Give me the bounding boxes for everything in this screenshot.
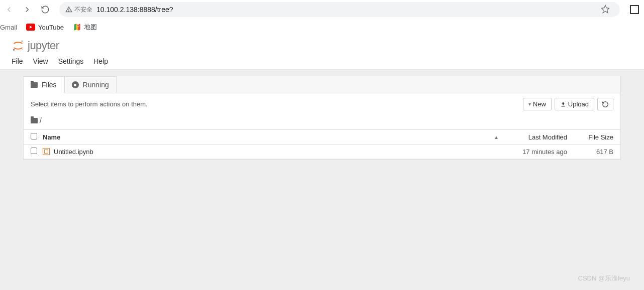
sort-asc-icon[interactable]: ▲ <box>494 134 499 140</box>
upload-button[interactable]: Upload <box>555 98 594 110</box>
file-modified: 17 minutes ago <box>503 148 573 156</box>
menu-settings[interactable]: Settings <box>58 57 84 65</box>
new-button[interactable]: ▾ New <box>523 98 552 110</box>
bookmark-star-icon[interactable] <box>597 5 614 15</box>
select-all-checkbox[interactable] <box>31 133 37 139</box>
panel-button[interactable] <box>630 5 639 14</box>
reload-button[interactable] <box>38 3 52 17</box>
bookmark-youtube[interactable]: YouTube <box>26 24 64 31</box>
selection-hint: Select items to perform actions on them. <box>31 100 148 108</box>
jupyter-logo[interactable]: jupyter <box>12 39 59 52</box>
back-button[interactable] <box>2 3 16 17</box>
menu-view[interactable]: View <box>33 57 48 65</box>
bookmark-gmail[interactable]: Gmail <box>0 24 17 31</box>
upload-icon <box>560 101 566 107</box>
caret-down-icon: ▾ <box>528 101 531 107</box>
file-name[interactable]: Untitled.ipynb <box>52 148 503 156</box>
col-name[interactable]: Name <box>43 133 60 141</box>
svg-rect-6 <box>561 106 565 106</box>
tabs: Files Running <box>24 76 620 93</box>
row-checkbox[interactable] <box>31 148 37 154</box>
bookmark-map[interactable]: 地图 <box>73 23 97 32</box>
tab-running[interactable]: Running <box>64 76 117 93</box>
tab-files[interactable]: Files <box>24 76 64 93</box>
map-icon <box>73 23 81 31</box>
col-size[interactable]: File Size <box>573 133 613 141</box>
notebook-icon <box>43 148 52 155</box>
address-bar[interactable]: 不安全 10.100.2.138:8888/tree? <box>59 2 620 17</box>
jupyter-logo-text: jupyter <box>28 39 59 52</box>
file-row: Untitled.ipynb 17 minutes ago 617 B <box>24 144 620 159</box>
running-icon <box>72 81 79 88</box>
forward-button[interactable] <box>20 3 34 17</box>
refresh-icon <box>602 101 609 108</box>
security-label: 不安全 <box>74 6 92 14</box>
svg-point-1 <box>69 11 69 11</box>
svg-point-2 <box>77 25 79 27</box>
refresh-button[interactable] <box>597 98 613 110</box>
menubar: File View Settings Help <box>6 54 638 69</box>
folder-icon <box>31 82 38 88</box>
security-warning: 不安全 <box>65 6 92 14</box>
col-modified[interactable]: Last Modified <box>503 133 573 141</box>
youtube-icon <box>26 24 35 31</box>
svg-point-4 <box>13 49 15 51</box>
svg-point-5 <box>22 49 23 50</box>
url-text: 10.100.2.138:8888/tree? <box>96 6 173 14</box>
menu-help[interactable]: Help <box>93 57 108 65</box>
menu-file[interactable]: File <box>12 57 23 65</box>
watermark: CSDN @乐渔leyu <box>578 274 630 283</box>
jupyter-icon <box>12 39 25 52</box>
folder-icon <box>31 118 38 123</box>
file-size: 617 B <box>573 148 613 156</box>
svg-point-3 <box>22 41 23 42</box>
breadcrumb[interactable]: / <box>24 114 620 129</box>
list-header: Name ▲ Last Modified File Size <box>24 129 620 144</box>
